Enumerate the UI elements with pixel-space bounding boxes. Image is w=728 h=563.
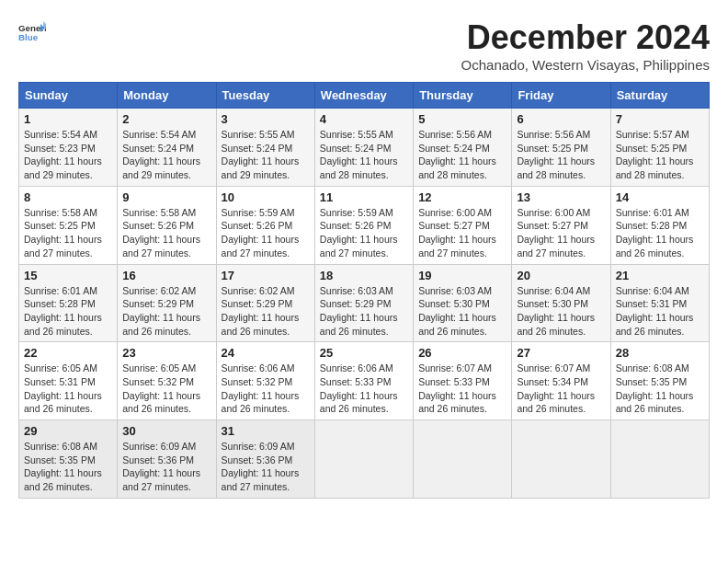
day-number: 1 bbox=[24, 112, 112, 126]
day-number: 15 bbox=[24, 269, 112, 282]
day-number: 18 bbox=[320, 269, 408, 282]
day-number: 24 bbox=[222, 346, 310, 360]
day-detail: Sunrise: 6:05 AM Sunset: 5:31 PM Dayligh… bbox=[24, 362, 112, 416]
table-row: 6Sunrise: 5:56 AM Sunset: 5:25 PM Daylig… bbox=[512, 109, 610, 187]
day-number: 17 bbox=[222, 269, 310, 282]
table-row: 22Sunrise: 6:05 AM Sunset: 5:31 PM Dayli… bbox=[19, 342, 118, 420]
table-row: 8Sunrise: 5:58 AM Sunset: 5:25 PM Daylig… bbox=[19, 186, 118, 264]
day-number: 14 bbox=[616, 190, 704, 204]
day-detail: Sunrise: 6:06 AM Sunset: 5:32 PM Dayligh… bbox=[222, 362, 310, 416]
table-row: 25Sunrise: 6:06 AM Sunset: 5:33 PM Dayli… bbox=[314, 342, 413, 420]
calendar-header: Sunday Monday Tuesday Wednesday Thursday… bbox=[19, 83, 710, 109]
day-detail: Sunrise: 5:59 AM Sunset: 5:26 PM Dayligh… bbox=[222, 206, 310, 260]
day-number: 31 bbox=[222, 424, 310, 438]
day-number: 7 bbox=[616, 112, 704, 126]
table-row: 23Sunrise: 6:05 AM Sunset: 5:32 PM Dayli… bbox=[118, 342, 216, 420]
header-saturday: Saturday bbox=[610, 83, 709, 109]
table-row: 28Sunrise: 6:08 AM Sunset: 5:35 PM Dayli… bbox=[610, 342, 709, 420]
day-detail: Sunrise: 6:05 AM Sunset: 5:32 PM Dayligh… bbox=[122, 362, 210, 416]
day-detail: Sunrise: 5:58 AM Sunset: 5:26 PM Dayligh… bbox=[122, 206, 210, 260]
table-row bbox=[610, 420, 709, 499]
table-row: 1Sunrise: 5:54 AM Sunset: 5:23 PM Daylig… bbox=[19, 109, 118, 187]
day-detail: Sunrise: 6:04 AM Sunset: 5:30 PM Dayligh… bbox=[517, 284, 605, 339]
day-number: 20 bbox=[517, 269, 605, 282]
day-detail: Sunrise: 6:07 AM Sunset: 5:33 PM Dayligh… bbox=[418, 362, 506, 416]
table-row: 30Sunrise: 6:09 AM Sunset: 5:36 PM Dayli… bbox=[118, 420, 216, 499]
table-row: 11Sunrise: 5:59 AM Sunset: 5:26 PM Dayli… bbox=[314, 186, 413, 264]
title-block: December 2024 Ochanado, Western Visayas,… bbox=[461, 18, 710, 73]
table-row: 13Sunrise: 6:00 AM Sunset: 5:27 PM Dayli… bbox=[512, 186, 610, 264]
calendar-table: Sunday Monday Tuesday Wednesday Thursday… bbox=[18, 82, 710, 499]
day-detail: Sunrise: 6:06 AM Sunset: 5:33 PM Dayligh… bbox=[320, 362, 408, 416]
day-detail: Sunrise: 6:09 AM Sunset: 5:36 PM Dayligh… bbox=[222, 440, 310, 494]
table-row: 12Sunrise: 6:00 AM Sunset: 5:27 PM Dayli… bbox=[414, 186, 512, 264]
table-row: 17Sunrise: 6:02 AM Sunset: 5:29 PM Dayli… bbox=[216, 264, 314, 342]
day-detail: Sunrise: 5:55 AM Sunset: 5:24 PM Dayligh… bbox=[222, 128, 310, 182]
day-number: 30 bbox=[122, 424, 210, 438]
day-number: 13 bbox=[517, 190, 605, 204]
header-row: Sunday Monday Tuesday Wednesday Thursday… bbox=[19, 83, 710, 109]
day-detail: Sunrise: 5:54 AM Sunset: 5:23 PM Dayligh… bbox=[24, 128, 112, 182]
day-number: 19 bbox=[418, 269, 506, 282]
day-detail: Sunrise: 6:03 AM Sunset: 5:30 PM Dayligh… bbox=[418, 284, 506, 339]
day-detail: Sunrise: 6:01 AM Sunset: 5:28 PM Dayligh… bbox=[24, 284, 112, 339]
calendar-week-row: 8Sunrise: 5:58 AM Sunset: 5:25 PM Daylig… bbox=[19, 186, 710, 264]
calendar-week-row: 22Sunrise: 6:05 AM Sunset: 5:31 PM Dayli… bbox=[19, 342, 710, 420]
day-detail: Sunrise: 6:02 AM Sunset: 5:29 PM Dayligh… bbox=[122, 284, 210, 339]
day-detail: Sunrise: 6:07 AM Sunset: 5:34 PM Dayligh… bbox=[517, 362, 605, 416]
calendar-body: 1Sunrise: 5:54 AM Sunset: 5:23 PM Daylig… bbox=[19, 109, 710, 499]
day-number: 16 bbox=[122, 269, 210, 282]
day-detail: Sunrise: 6:08 AM Sunset: 5:35 PM Dayligh… bbox=[24, 440, 112, 494]
day-number: 4 bbox=[320, 112, 408, 126]
day-detail: Sunrise: 5:57 AM Sunset: 5:25 PM Dayligh… bbox=[616, 128, 704, 182]
table-row: 31Sunrise: 6:09 AM Sunset: 5:36 PM Dayli… bbox=[216, 420, 314, 499]
table-row: 29Sunrise: 6:08 AM Sunset: 5:35 PM Dayli… bbox=[19, 420, 118, 499]
day-detail: Sunrise: 6:02 AM Sunset: 5:29 PM Dayligh… bbox=[222, 284, 310, 339]
day-detail: Sunrise: 6:03 AM Sunset: 5:29 PM Dayligh… bbox=[320, 284, 408, 339]
table-row: 24Sunrise: 6:06 AM Sunset: 5:32 PM Dayli… bbox=[216, 342, 314, 420]
day-number: 25 bbox=[320, 346, 408, 360]
day-detail: Sunrise: 6:04 AM Sunset: 5:31 PM Dayligh… bbox=[616, 284, 704, 339]
day-number: 9 bbox=[122, 190, 210, 204]
table-row: 10Sunrise: 5:59 AM Sunset: 5:26 PM Dayli… bbox=[216, 186, 314, 264]
table-row: 26Sunrise: 6:07 AM Sunset: 5:33 PM Dayli… bbox=[414, 342, 512, 420]
table-row bbox=[414, 420, 512, 499]
day-number: 3 bbox=[222, 112, 310, 126]
day-number: 28 bbox=[616, 346, 704, 360]
logo: General Blue bbox=[18, 18, 46, 46]
table-row: 19Sunrise: 6:03 AM Sunset: 5:30 PM Dayli… bbox=[414, 264, 512, 342]
table-row: 15Sunrise: 6:01 AM Sunset: 5:28 PM Dayli… bbox=[19, 264, 118, 342]
day-detail: Sunrise: 5:56 AM Sunset: 5:24 PM Dayligh… bbox=[418, 128, 506, 182]
table-row: 14Sunrise: 6:01 AM Sunset: 5:28 PM Dayli… bbox=[610, 186, 709, 264]
day-detail: Sunrise: 5:58 AM Sunset: 5:25 PM Dayligh… bbox=[24, 206, 112, 260]
calendar-week-row: 29Sunrise: 6:08 AM Sunset: 5:35 PM Dayli… bbox=[19, 420, 710, 499]
day-detail: Sunrise: 6:09 AM Sunset: 5:36 PM Dayligh… bbox=[122, 440, 210, 494]
table-row: 5Sunrise: 5:56 AM Sunset: 5:24 PM Daylig… bbox=[414, 109, 512, 187]
day-number: 26 bbox=[418, 346, 506, 360]
table-row: 4Sunrise: 5:55 AM Sunset: 5:24 PM Daylig… bbox=[314, 109, 413, 187]
day-detail: Sunrise: 5:56 AM Sunset: 5:25 PM Dayligh… bbox=[517, 128, 605, 182]
header-tuesday: Tuesday bbox=[216, 83, 314, 109]
day-detail: Sunrise: 5:55 AM Sunset: 5:24 PM Dayligh… bbox=[320, 128, 408, 182]
month-year-title: December 2024 bbox=[461, 18, 710, 57]
day-number: 8 bbox=[24, 190, 112, 204]
calendar-week-row: 15Sunrise: 6:01 AM Sunset: 5:28 PM Dayli… bbox=[19, 264, 710, 342]
day-number: 29 bbox=[24, 424, 112, 438]
table-row: 3Sunrise: 5:55 AM Sunset: 5:24 PM Daylig… bbox=[216, 109, 314, 187]
table-row: 7Sunrise: 5:57 AM Sunset: 5:25 PM Daylig… bbox=[610, 109, 709, 187]
header-wednesday: Wednesday bbox=[314, 83, 413, 109]
table-row: 9Sunrise: 5:58 AM Sunset: 5:26 PM Daylig… bbox=[118, 186, 216, 264]
logo-icon: General Blue bbox=[18, 18, 46, 46]
page-header: General Blue December 2024 Ochanado, Wes… bbox=[18, 18, 710, 73]
day-detail: Sunrise: 6:01 AM Sunset: 5:28 PM Dayligh… bbox=[616, 206, 704, 260]
day-number: 2 bbox=[122, 112, 210, 126]
day-detail: Sunrise: 6:00 AM Sunset: 5:27 PM Dayligh… bbox=[418, 206, 506, 260]
day-detail: Sunrise: 5:59 AM Sunset: 5:26 PM Dayligh… bbox=[320, 206, 408, 260]
day-detail: Sunrise: 5:54 AM Sunset: 5:24 PM Dayligh… bbox=[122, 128, 210, 182]
day-number: 11 bbox=[320, 190, 408, 204]
day-number: 21 bbox=[616, 269, 704, 282]
table-row: 20Sunrise: 6:04 AM Sunset: 5:30 PM Dayli… bbox=[512, 264, 610, 342]
table-row: 21Sunrise: 6:04 AM Sunset: 5:31 PM Dayli… bbox=[610, 264, 709, 342]
header-monday: Monday bbox=[118, 83, 216, 109]
day-number: 10 bbox=[222, 190, 310, 204]
